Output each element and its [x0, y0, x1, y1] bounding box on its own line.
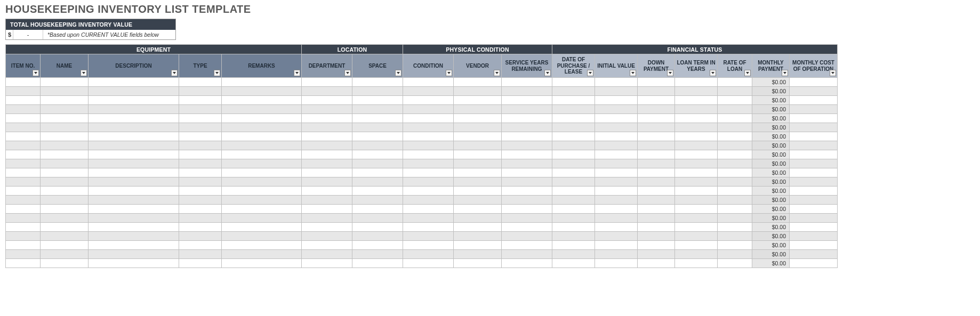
cell[interactable]: [41, 168, 89, 177]
cell[interactable]: [552, 214, 595, 223]
cell[interactable]: [6, 123, 41, 132]
cell[interactable]: [352, 132, 403, 141]
cell[interactable]: [6, 259, 41, 268]
cell[interactable]: [675, 214, 718, 223]
cell[interactable]: [352, 177, 403, 187]
cell[interactable]: [222, 196, 302, 205]
cell[interactable]: [41, 141, 89, 150]
cell[interactable]: [41, 196, 89, 205]
cell[interactable]: [502, 168, 552, 177]
table-row[interactable]: $0.00: [6, 241, 838, 250]
cell[interactable]: [552, 150, 595, 159]
cell[interactable]: [352, 205, 403, 214]
cell[interactable]: [403, 150, 454, 159]
cell[interactable]: [638, 87, 675, 96]
cell[interactable]: [595, 168, 638, 177]
cell[interactable]: [179, 196, 222, 205]
cell-monthly-payment[interactable]: $0.00: [752, 105, 790, 114]
cell[interactable]: [790, 114, 838, 123]
cell[interactable]: [595, 187, 638, 196]
cell[interactable]: [403, 223, 454, 232]
cell[interactable]: [638, 187, 675, 196]
cell[interactable]: [89, 114, 179, 123]
cell[interactable]: [6, 168, 41, 177]
cell[interactable]: [454, 214, 502, 223]
cell[interactable]: [718, 232, 752, 241]
cell[interactable]: [179, 168, 222, 177]
cell-monthly-payment[interactable]: $0.00: [752, 150, 790, 159]
cell[interactable]: [718, 168, 752, 177]
cell[interactable]: [6, 78, 41, 87]
cell[interactable]: [403, 241, 454, 250]
cell[interactable]: [638, 78, 675, 87]
cell[interactable]: [595, 223, 638, 232]
col-loan-term[interactable]: LOAN TERM IN YEARS: [675, 54, 718, 78]
cell-monthly-payment[interactable]: $0.00: [752, 177, 790, 187]
cell[interactable]: [302, 123, 352, 132]
table-row[interactable]: $0.00: [6, 259, 838, 268]
cell[interactable]: [352, 241, 403, 250]
table-row[interactable]: $0.00: [6, 114, 838, 123]
table-row[interactable]: $0.00: [6, 96, 838, 105]
cell[interactable]: [595, 105, 638, 114]
cell[interactable]: [552, 205, 595, 214]
cell[interactable]: [179, 141, 222, 150]
cell-monthly-payment[interactable]: $0.00: [752, 78, 790, 87]
cell[interactable]: [638, 259, 675, 268]
cell[interactable]: [352, 214, 403, 223]
cell[interactable]: [718, 123, 752, 132]
cell[interactable]: [790, 87, 838, 96]
cell[interactable]: [179, 114, 222, 123]
cell[interactable]: [302, 96, 352, 105]
cell[interactable]: [222, 87, 302, 96]
cell-monthly-payment[interactable]: $0.00: [752, 232, 790, 241]
cell[interactable]: [790, 196, 838, 205]
cell[interactable]: [89, 78, 179, 87]
cell[interactable]: [790, 78, 838, 87]
cell[interactable]: [595, 132, 638, 141]
cell[interactable]: [552, 105, 595, 114]
table-row[interactable]: $0.00: [6, 250, 838, 259]
cell[interactable]: [454, 123, 502, 132]
cell[interactable]: [302, 232, 352, 241]
cell[interactable]: [552, 250, 595, 259]
cell[interactable]: [302, 214, 352, 223]
filter-icon[interactable]: [395, 70, 401, 76]
cell[interactable]: [454, 141, 502, 150]
cell[interactable]: [302, 159, 352, 168]
cell-monthly-payment[interactable]: $0.00: [752, 114, 790, 123]
cell[interactable]: [89, 141, 179, 150]
table-row[interactable]: $0.00: [6, 87, 838, 96]
cell[interactable]: [552, 132, 595, 141]
cell[interactable]: [89, 259, 179, 268]
cell[interactable]: [552, 177, 595, 187]
filter-icon[interactable]: [494, 70, 500, 76]
cell[interactable]: [454, 105, 502, 114]
cell[interactable]: [6, 205, 41, 214]
cell[interactable]: [454, 259, 502, 268]
cell[interactable]: [502, 259, 552, 268]
cell[interactable]: [41, 223, 89, 232]
col-space[interactable]: SPACE: [352, 54, 403, 78]
cell[interactable]: [352, 150, 403, 159]
cell[interactable]: [790, 168, 838, 177]
cell[interactable]: [675, 114, 718, 123]
cell[interactable]: [595, 87, 638, 96]
filter-icon[interactable]: [446, 70, 452, 76]
cell[interactable]: [638, 250, 675, 259]
cell[interactable]: [6, 214, 41, 223]
cell[interactable]: [718, 87, 752, 96]
filter-icon[interactable]: [587, 70, 593, 76]
cell[interactable]: [352, 232, 403, 241]
cell[interactable]: [6, 250, 41, 259]
cell[interactable]: [403, 250, 454, 259]
cell[interactable]: [638, 241, 675, 250]
cell-monthly-payment[interactable]: $0.00: [752, 168, 790, 177]
cell[interactable]: [179, 150, 222, 159]
cell[interactable]: [41, 114, 89, 123]
cell[interactable]: [403, 96, 454, 105]
cell[interactable]: [89, 250, 179, 259]
cell[interactable]: [502, 123, 552, 132]
cell[interactable]: [675, 141, 718, 150]
cell[interactable]: [502, 132, 552, 141]
